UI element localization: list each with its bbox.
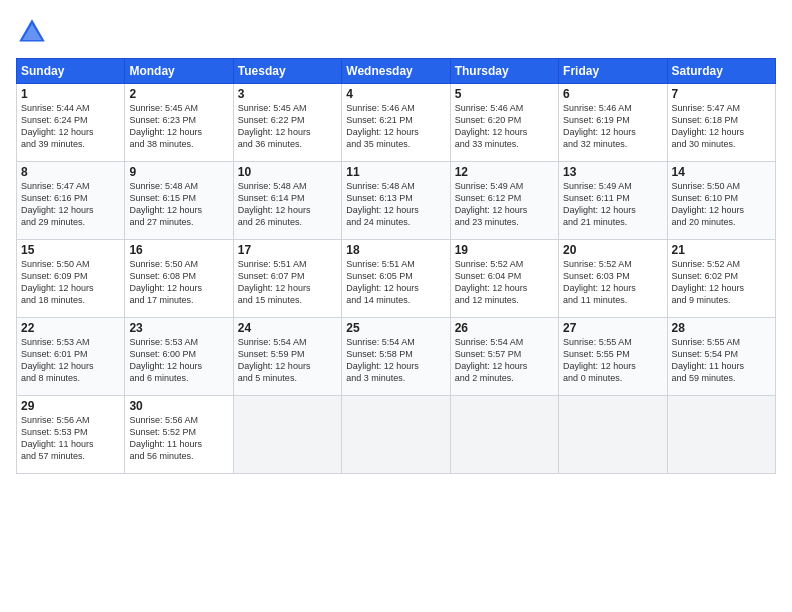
calendar-week-row: 1Sunrise: 5:44 AM Sunset: 6:24 PM Daylig… xyxy=(17,84,776,162)
calendar-day-cell: 3Sunrise: 5:45 AM Sunset: 6:22 PM Daylig… xyxy=(233,84,341,162)
day-info: Sunrise: 5:46 AM Sunset: 6:21 PM Dayligh… xyxy=(346,102,445,151)
day-info: Sunrise: 5:48 AM Sunset: 6:14 PM Dayligh… xyxy=(238,180,337,229)
day-info: Sunrise: 5:54 AM Sunset: 5:57 PM Dayligh… xyxy=(455,336,554,385)
calendar-day-cell: 25Sunrise: 5:54 AM Sunset: 5:58 PM Dayli… xyxy=(342,318,450,396)
calendar-week-row: 8Sunrise: 5:47 AM Sunset: 6:16 PM Daylig… xyxy=(17,162,776,240)
day-info: Sunrise: 5:52 AM Sunset: 6:02 PM Dayligh… xyxy=(672,258,771,307)
day-info: Sunrise: 5:46 AM Sunset: 6:20 PM Dayligh… xyxy=(455,102,554,151)
day-number: 2 xyxy=(129,87,228,101)
calendar-day-cell: 30Sunrise: 5:56 AM Sunset: 5:52 PM Dayli… xyxy=(125,396,233,474)
calendar-day-cell: 15Sunrise: 5:50 AM Sunset: 6:09 PM Dayli… xyxy=(17,240,125,318)
logo xyxy=(16,16,52,48)
day-number: 27 xyxy=(563,321,662,335)
calendar-day-cell: 2Sunrise: 5:45 AM Sunset: 6:23 PM Daylig… xyxy=(125,84,233,162)
calendar-day-cell: 16Sunrise: 5:50 AM Sunset: 6:08 PM Dayli… xyxy=(125,240,233,318)
day-number: 30 xyxy=(129,399,228,413)
calendar-day-cell: 24Sunrise: 5:54 AM Sunset: 5:59 PM Dayli… xyxy=(233,318,341,396)
calendar-day-cell: 19Sunrise: 5:52 AM Sunset: 6:04 PM Dayli… xyxy=(450,240,558,318)
day-header-thursday: Thursday xyxy=(450,59,558,84)
day-info: Sunrise: 5:45 AM Sunset: 6:22 PM Dayligh… xyxy=(238,102,337,151)
day-info: Sunrise: 5:44 AM Sunset: 6:24 PM Dayligh… xyxy=(21,102,120,151)
calendar-day-cell: 18Sunrise: 5:51 AM Sunset: 6:05 PM Dayli… xyxy=(342,240,450,318)
calendar-day-cell: 5Sunrise: 5:46 AM Sunset: 6:20 PM Daylig… xyxy=(450,84,558,162)
calendar-header-row: SundayMondayTuesdayWednesdayThursdayFrid… xyxy=(17,59,776,84)
day-info: Sunrise: 5:50 AM Sunset: 6:09 PM Dayligh… xyxy=(21,258,120,307)
calendar-day-cell: 22Sunrise: 5:53 AM Sunset: 6:01 PM Dayli… xyxy=(17,318,125,396)
calendar-day-cell: 29Sunrise: 5:56 AM Sunset: 5:53 PM Dayli… xyxy=(17,396,125,474)
day-info: Sunrise: 5:51 AM Sunset: 6:07 PM Dayligh… xyxy=(238,258,337,307)
day-number: 8 xyxy=(21,165,120,179)
calendar-day-cell: 7Sunrise: 5:47 AM Sunset: 6:18 PM Daylig… xyxy=(667,84,775,162)
day-number: 28 xyxy=(672,321,771,335)
day-info: Sunrise: 5:52 AM Sunset: 6:03 PM Dayligh… xyxy=(563,258,662,307)
day-number: 7 xyxy=(672,87,771,101)
calendar-empty-cell xyxy=(233,396,341,474)
calendar-week-row: 22Sunrise: 5:53 AM Sunset: 6:01 PM Dayli… xyxy=(17,318,776,396)
day-number: 6 xyxy=(563,87,662,101)
day-number: 16 xyxy=(129,243,228,257)
day-number: 13 xyxy=(563,165,662,179)
calendar-day-cell: 13Sunrise: 5:49 AM Sunset: 6:11 PM Dayli… xyxy=(559,162,667,240)
day-info: Sunrise: 5:53 AM Sunset: 6:01 PM Dayligh… xyxy=(21,336,120,385)
day-number: 4 xyxy=(346,87,445,101)
day-info: Sunrise: 5:55 AM Sunset: 5:54 PM Dayligh… xyxy=(672,336,771,385)
day-header-wednesday: Wednesday xyxy=(342,59,450,84)
day-number: 14 xyxy=(672,165,771,179)
calendar-day-cell: 10Sunrise: 5:48 AM Sunset: 6:14 PM Dayli… xyxy=(233,162,341,240)
day-number: 21 xyxy=(672,243,771,257)
day-info: Sunrise: 5:47 AM Sunset: 6:18 PM Dayligh… xyxy=(672,102,771,151)
day-number: 17 xyxy=(238,243,337,257)
day-info: Sunrise: 5:50 AM Sunset: 6:10 PM Dayligh… xyxy=(672,180,771,229)
day-header-tuesday: Tuesday xyxy=(233,59,341,84)
calendar-day-cell: 8Sunrise: 5:47 AM Sunset: 6:16 PM Daylig… xyxy=(17,162,125,240)
day-number: 19 xyxy=(455,243,554,257)
day-number: 26 xyxy=(455,321,554,335)
day-number: 24 xyxy=(238,321,337,335)
page-header xyxy=(16,16,776,48)
calendar-day-cell: 4Sunrise: 5:46 AM Sunset: 6:21 PM Daylig… xyxy=(342,84,450,162)
day-info: Sunrise: 5:48 AM Sunset: 6:13 PM Dayligh… xyxy=(346,180,445,229)
day-number: 15 xyxy=(21,243,120,257)
day-info: Sunrise: 5:46 AM Sunset: 6:19 PM Dayligh… xyxy=(563,102,662,151)
day-info: Sunrise: 5:45 AM Sunset: 6:23 PM Dayligh… xyxy=(129,102,228,151)
day-number: 11 xyxy=(346,165,445,179)
calendar-day-cell: 9Sunrise: 5:48 AM Sunset: 6:15 PM Daylig… xyxy=(125,162,233,240)
calendar-day-cell: 14Sunrise: 5:50 AM Sunset: 6:10 PM Dayli… xyxy=(667,162,775,240)
day-info: Sunrise: 5:54 AM Sunset: 5:59 PM Dayligh… xyxy=(238,336,337,385)
calendar-day-cell: 17Sunrise: 5:51 AM Sunset: 6:07 PM Dayli… xyxy=(233,240,341,318)
day-info: Sunrise: 5:56 AM Sunset: 5:52 PM Dayligh… xyxy=(129,414,228,463)
day-number: 1 xyxy=(21,87,120,101)
calendar-day-cell: 27Sunrise: 5:55 AM Sunset: 5:55 PM Dayli… xyxy=(559,318,667,396)
day-number: 22 xyxy=(21,321,120,335)
day-header-saturday: Saturday xyxy=(667,59,775,84)
day-number: 29 xyxy=(21,399,120,413)
day-number: 9 xyxy=(129,165,228,179)
day-info: Sunrise: 5:54 AM Sunset: 5:58 PM Dayligh… xyxy=(346,336,445,385)
day-info: Sunrise: 5:47 AM Sunset: 6:16 PM Dayligh… xyxy=(21,180,120,229)
day-info: Sunrise: 5:53 AM Sunset: 6:00 PM Dayligh… xyxy=(129,336,228,385)
day-number: 10 xyxy=(238,165,337,179)
calendar-day-cell: 6Sunrise: 5:46 AM Sunset: 6:19 PM Daylig… xyxy=(559,84,667,162)
calendar-day-cell: 11Sunrise: 5:48 AM Sunset: 6:13 PM Dayli… xyxy=(342,162,450,240)
day-header-sunday: Sunday xyxy=(17,59,125,84)
day-info: Sunrise: 5:50 AM Sunset: 6:08 PM Dayligh… xyxy=(129,258,228,307)
calendar-empty-cell xyxy=(667,396,775,474)
day-info: Sunrise: 5:56 AM Sunset: 5:53 PM Dayligh… xyxy=(21,414,120,463)
day-header-monday: Monday xyxy=(125,59,233,84)
calendar-day-cell: 26Sunrise: 5:54 AM Sunset: 5:57 PM Dayli… xyxy=(450,318,558,396)
calendar-day-cell: 1Sunrise: 5:44 AM Sunset: 6:24 PM Daylig… xyxy=(17,84,125,162)
calendar-empty-cell xyxy=(559,396,667,474)
day-info: Sunrise: 5:51 AM Sunset: 6:05 PM Dayligh… xyxy=(346,258,445,307)
calendar-day-cell: 23Sunrise: 5:53 AM Sunset: 6:00 PM Dayli… xyxy=(125,318,233,396)
day-info: Sunrise: 5:48 AM Sunset: 6:15 PM Dayligh… xyxy=(129,180,228,229)
logo-icon xyxy=(16,16,48,48)
calendar-empty-cell xyxy=(450,396,558,474)
day-number: 23 xyxy=(129,321,228,335)
calendar-day-cell: 21Sunrise: 5:52 AM Sunset: 6:02 PM Dayli… xyxy=(667,240,775,318)
calendar-week-row: 15Sunrise: 5:50 AM Sunset: 6:09 PM Dayli… xyxy=(17,240,776,318)
day-number: 3 xyxy=(238,87,337,101)
calendar-empty-cell xyxy=(342,396,450,474)
day-number: 12 xyxy=(455,165,554,179)
calendar-day-cell: 28Sunrise: 5:55 AM Sunset: 5:54 PM Dayli… xyxy=(667,318,775,396)
day-info: Sunrise: 5:52 AM Sunset: 6:04 PM Dayligh… xyxy=(455,258,554,307)
